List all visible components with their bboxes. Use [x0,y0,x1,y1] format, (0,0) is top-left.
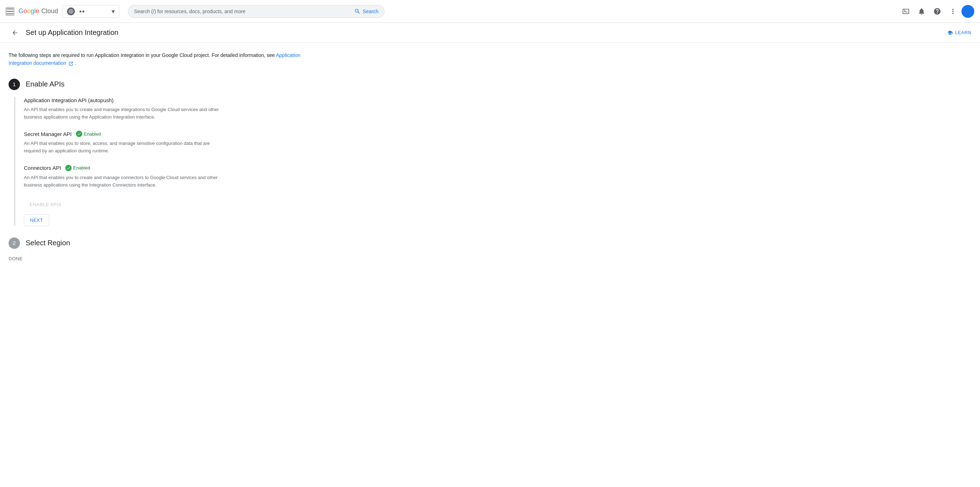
user-avatar[interactable] [961,5,974,18]
chevron-down-icon: ▾ [111,8,115,15]
intro-text-before: The following steps are required to run … [8,52,276,58]
page-title: Set up Application Integration [25,29,118,36]
api-3-name: Connectors API [24,165,61,171]
search-bar[interactable]: Search (/) for resources, docs, products… [128,5,385,18]
next-button[interactable]: NEXT [24,214,49,226]
more-options-button[interactable] [946,4,960,19]
project-selector-label: ●● [79,8,85,14]
api-item-1-header: Application Integration API (autopush) [24,97,312,103]
api-2-description: An API that enables you to store, access… [24,140,223,155]
step-2-title: Select Region [25,239,70,247]
project-selector[interactable]: ●● ▾ [62,5,119,18]
api-2-name: Secret Manager API [24,131,72,137]
nav-left: Google Cloud ●● ▾ [6,5,119,18]
bell-icon [918,8,926,15]
terminal-icon [902,8,910,15]
step-1: 1 Enable APIs Application Integration AP… [8,79,312,226]
search-icon [354,8,361,14]
sub-navigation: Set up Application Integration LEARN [0,23,980,43]
learn-button[interactable]: LEARN [947,30,972,36]
api-2-enabled-label: Enabled [84,132,101,137]
step-2: 2 Select Region DONE [8,238,312,261]
checkmark-icon-3 [65,165,72,171]
api-list: Application Integration API (autopush) A… [14,97,312,226]
api-1-description: An API that enables you to create and ma… [24,106,223,121]
checkmark-icon-2 [76,131,82,137]
intro-text-after: . [75,60,76,66]
search-button-label: Search [363,8,379,14]
top-navigation: Google Cloud ●● ▾ Search (/) for resourc… [0,0,980,23]
notifications-button[interactable] [915,4,929,19]
api-item-2-header: Secret Manager API Enabled [24,131,312,137]
enable-apis-btn-wrapper: ENABLE APIS [24,199,312,214]
step-1-actions: ENABLE APIS NEXT [24,199,312,226]
more-vertical-icon [949,8,957,15]
external-link-icon [68,61,73,66]
api-3-enabled-badge: Enabled [65,165,90,171]
api-3-enabled-label: Enabled [73,165,90,171]
search-button[interactable]: Search [354,8,379,14]
step-1-number: 1 [8,79,20,90]
search-bar-container: Search (/) for resources, docs, products… [128,5,385,18]
logo-cloud-text: Cloud [41,8,58,15]
graduation-cap-icon [947,30,953,36]
enable-apis-button[interactable]: ENABLE APIS [24,199,67,210]
done-row: DONE [8,256,312,261]
logo-google-text: Google [19,8,39,15]
step-1-title: Enable APIs [25,80,65,88]
cloud-shell-button[interactable] [899,4,913,19]
nav-right-icons [899,4,974,19]
intro-paragraph: The following steps are required to run … [8,51,312,67]
step-2-header: 2 Select Region [8,238,312,249]
api-2-enabled-badge: Enabled [76,131,101,137]
back-button[interactable] [8,26,21,39]
arrow-back-icon [11,29,19,36]
main-content: The following steps are required to run … [0,43,321,287]
project-avatar [67,8,75,15]
learn-button-label: LEARN [955,30,972,35]
api-item-1: Application Integration API (autopush) A… [24,97,312,121]
api-3-description: An API that enables you to create and ma… [24,174,223,189]
step-1-header: 1 Enable APIs [8,79,312,90]
step-2-number: 2 [8,238,20,249]
google-cloud-logo[interactable]: Google Cloud [19,8,58,15]
api-item-3: Connectors API Enabled An API that enabl… [24,165,312,189]
help-circle-icon [933,8,941,15]
api-1-name: Application Integration API (autopush) [24,97,114,103]
help-button[interactable] [930,4,944,19]
api-item-2: Secret Manager API Enabled An API that e… [24,131,312,155]
search-placeholder-text: Search (/) for resources, docs, products… [134,8,352,14]
done-label: DONE [8,256,23,261]
hamburger-menu-button[interactable] [6,7,14,16]
api-item-3-header: Connectors API Enabled [24,165,312,171]
